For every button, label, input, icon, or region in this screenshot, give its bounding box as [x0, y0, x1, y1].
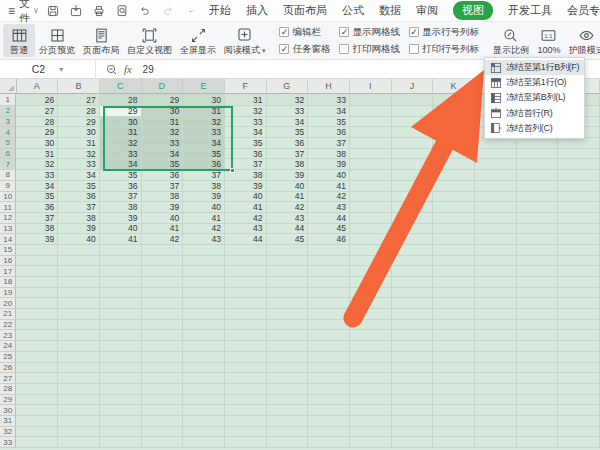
cell-D16[interactable]	[142, 256, 184, 267]
cell-I23[interactable]	[350, 330, 392, 341]
cell-K3[interactable]	[433, 117, 475, 128]
cell-B6[interactable]: 32	[58, 149, 100, 160]
cell-M8[interactable]	[517, 170, 559, 181]
cell-G7[interactable]: 38	[267, 159, 309, 170]
cell-L30[interactable]	[475, 405, 517, 416]
cell-I18[interactable]	[350, 277, 392, 288]
cell-F4[interactable]: 34	[225, 127, 267, 138]
cell-K13[interactable]	[433, 224, 475, 235]
cell-E15[interactable]	[183, 245, 225, 256]
cell-J13[interactable]	[392, 224, 434, 235]
cell-G24[interactable]	[267, 341, 309, 352]
cell-F1[interactable]: 31	[225, 94, 267, 106]
cell-J25[interactable]	[392, 352, 434, 363]
cell-D18[interactable]	[142, 277, 184, 288]
checkbox-打印网格线[interactable]: 打印网格线	[339, 43, 400, 56]
cell-C8[interactable]: 35	[100, 170, 142, 181]
cell-F32[interactable]	[225, 427, 267, 438]
cell-M19[interactable]	[517, 288, 559, 299]
cell-F12[interactable]: 42	[225, 213, 267, 224]
cell-F10[interactable]: 40	[225, 192, 267, 203]
cell-M16[interactable]	[517, 256, 559, 267]
cell-J23[interactable]	[392, 330, 434, 341]
cell-D1[interactable]: 29	[142, 94, 184, 106]
cell-L27[interactable]	[475, 373, 517, 384]
cell-B12[interactable]: 38	[58, 213, 100, 224]
cell-M24[interactable]	[517, 341, 559, 352]
cell-H2[interactable]: 34	[308, 106, 350, 117]
cell-C28[interactable]	[100, 384, 142, 395]
cell-K2[interactable]	[433, 106, 475, 117]
cell-L17[interactable]	[475, 266, 517, 277]
cell-I1[interactable]	[350, 94, 392, 106]
cell-I11[interactable]	[350, 202, 392, 213]
cell-F8[interactable]: 38	[225, 170, 267, 181]
cell-B3[interactable]: 29	[58, 117, 100, 128]
row-header-5[interactable]: 5	[0, 138, 16, 149]
row-header-23[interactable]: 23	[0, 330, 16, 341]
cell-J29[interactable]	[392, 395, 434, 406]
cell-E31[interactable]	[183, 416, 225, 427]
checkbox-编辑栏[interactable]: ✓编辑栏	[279, 26, 330, 39]
checkbox-显示行号列标[interactable]: ✓显示行号列标	[409, 26, 479, 39]
cell-K6[interactable]	[433, 149, 475, 160]
cell-F18[interactable]	[225, 277, 267, 288]
cell-F7[interactable]: 37	[225, 159, 267, 170]
cell-H4[interactable]: 36	[308, 127, 350, 138]
cell-G13[interactable]: 44	[267, 224, 309, 235]
cell-J5[interactable]	[392, 138, 434, 149]
cell-L12[interactable]	[475, 213, 517, 224]
cell-F5[interactable]: 35	[225, 138, 267, 149]
row-header-24[interactable]: 24	[0, 341, 16, 352]
cell-M7[interactable]	[517, 159, 559, 170]
cell-G29[interactable]	[267, 395, 309, 406]
cell-C9[interactable]: 36	[100, 181, 142, 192]
cell-E24[interactable]	[183, 341, 225, 352]
cell-B14[interactable]: 40	[58, 234, 100, 245]
cell-F29[interactable]	[225, 395, 267, 406]
cell-A26[interactable]	[16, 363, 58, 374]
cell-D6[interactable]: 34	[142, 149, 184, 160]
cell-H28[interactable]	[308, 384, 350, 395]
cell-I19[interactable]	[350, 288, 392, 299]
select-all-corner[interactable]	[0, 79, 17, 94]
cell-C29[interactable]	[100, 395, 142, 406]
cell-B16[interactable]	[58, 256, 100, 267]
cell-L25[interactable]	[475, 352, 517, 363]
cell-B26[interactable]	[58, 363, 100, 374]
row-header-20[interactable]: 20	[0, 298, 16, 309]
cell-H7[interactable]: 39	[308, 159, 350, 170]
cell-E28[interactable]	[183, 384, 225, 395]
cell-K30[interactable]	[433, 405, 475, 416]
cell-B20[interactable]	[58, 298, 100, 309]
cell-I26[interactable]	[350, 363, 392, 374]
cell-F3[interactable]: 33	[225, 117, 267, 128]
cell-J10[interactable]	[392, 192, 434, 203]
export-icon[interactable]	[68, 3, 84, 19]
cell-E3[interactable]: 32	[183, 117, 225, 128]
cell-M21[interactable]	[517, 309, 559, 320]
cell-J21[interactable]	[392, 309, 434, 320]
column-header-A[interactable]: A	[17, 79, 59, 94]
cell-M28[interactable]	[517, 384, 559, 395]
cell-L8[interactable]	[475, 170, 517, 181]
cell-N9[interactable]	[558, 181, 600, 192]
cell-G1[interactable]: 32	[267, 94, 309, 106]
cell-L5[interactable]	[475, 138, 517, 149]
cell-C11[interactable]: 38	[100, 202, 142, 213]
cell-N11[interactable]	[558, 202, 600, 213]
cell-A32[interactable]	[16, 427, 58, 438]
cell-F17[interactable]	[225, 266, 267, 277]
cell-N28[interactable]	[558, 384, 600, 395]
cell-G8[interactable]: 39	[267, 170, 309, 181]
cell-A15[interactable]	[16, 245, 58, 256]
cell-H5[interactable]: 37	[308, 138, 350, 149]
cell-C12[interactable]: 39	[100, 213, 142, 224]
cell-I24[interactable]	[350, 341, 392, 352]
cell-F31[interactable]	[225, 416, 267, 427]
cell-M13[interactable]	[517, 224, 559, 235]
more-icon[interactable]	[183, 3, 199, 19]
cell-G25[interactable]	[267, 352, 309, 363]
cell-E30[interactable]	[183, 405, 225, 416]
checkbox-任务窗格[interactable]: ✓任务窗格	[279, 43, 330, 56]
